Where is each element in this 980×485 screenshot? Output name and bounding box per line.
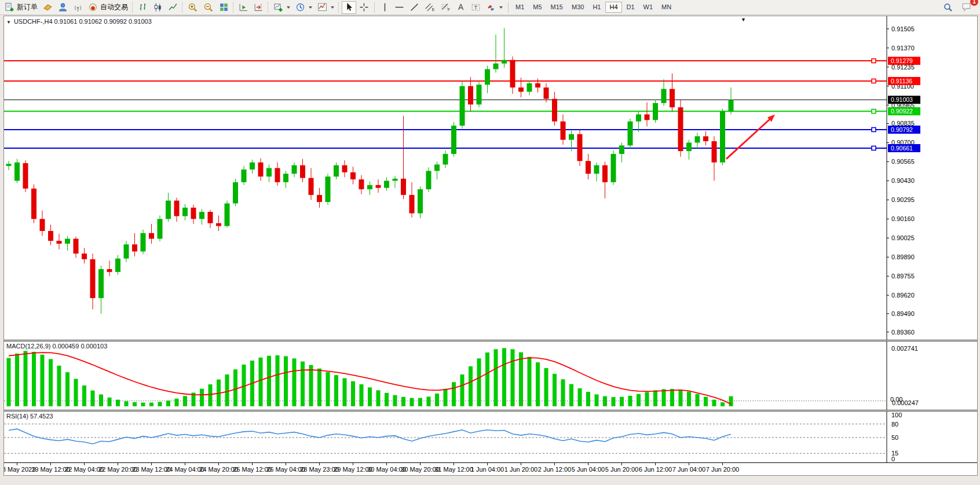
auto-trading-label: 自动交易 <box>100 2 128 12</box>
signals-button[interactable] <box>71 1 85 14</box>
indicators-icon <box>317 2 327 12</box>
timeframe-w1-button[interactable]: W1 <box>639 2 657 13</box>
svg-text:0.91279: 0.91279 <box>891 57 913 64</box>
line-chart-button[interactable] <box>166 1 180 14</box>
time-axis[interactable]: 18 May 202319 May 12:0022 May 04:0022 Ma… <box>4 462 977 475</box>
search-button[interactable] <box>941 1 956 14</box>
new-chart-button[interactable] <box>271 1 292 14</box>
auto-scroll-icon <box>239 2 248 12</box>
svg-text:29 May 12:00: 29 May 12:00 <box>334 466 372 473</box>
svg-text:19 May 12:00: 19 May 12:00 <box>31 466 70 473</box>
cursor-icon <box>344 2 354 12</box>
svg-text:30 May 04:00: 30 May 04:00 <box>367 466 406 473</box>
chart-shift-icon <box>254 2 264 12</box>
trendline-button[interactable] <box>407 1 422 14</box>
tile-windows-icon <box>219 2 229 12</box>
svg-text:7 Jun 20:00: 7 Jun 20:00 <box>706 466 740 473</box>
chart-profiles-button[interactable] <box>293 1 315 14</box>
svg-text:26 May 04:00: 26 May 04:00 <box>266 466 305 473</box>
zoom-out-icon <box>203 2 214 13</box>
svg-text:A: A <box>458 2 464 12</box>
svg-text:0.90922: 0.90922 <box>891 108 913 115</box>
svg-text:0.89755: 0.89755 <box>891 273 915 280</box>
timeframe-h4-button[interactable]: H4 <box>605 2 621 13</box>
chart-caret-icon[interactable]: ▼ <box>6 20 11 25</box>
editor-button[interactable] <box>41 1 55 14</box>
text-button[interactable]: A <box>454 1 468 14</box>
macd-panel[interactable]: 0.0027410.000.000247 MACD(12,26,9) 0.000… <box>4 341 977 410</box>
equidistant-channel-icon: E <box>425 2 435 12</box>
equidistant-channel-button[interactable]: E <box>422 1 437 14</box>
chart-shift-button[interactable] <box>251 1 266 14</box>
zoom-in-button[interactable] <box>185 1 200 14</box>
candles-chart-icon <box>153 2 163 12</box>
svg-text:30 May 20:00: 30 May 20:00 <box>401 466 440 473</box>
rsi-panel[interactable]: 1008050150 RSI(14) 57.4523 <box>4 411 977 462</box>
gold-cube-icon <box>43 2 53 12</box>
rsi-chart[interactable]: 1008050150 <box>4 411 977 462</box>
svg-text:0.90661: 0.90661 <box>891 145 913 152</box>
main-chart-panel[interactable]: 0.915050.913700.912350.911000.909650.908… <box>4 16 977 340</box>
candlestick-chart-button[interactable] <box>151 1 165 14</box>
svg-text:0.89360: 0.89360 <box>891 329 915 336</box>
svg-text:2 Jun 12:00: 2 Jun 12:00 <box>538 466 572 473</box>
svg-text:23 May 12:00: 23 May 12:00 <box>132 466 171 473</box>
fibonacci-button[interactable]: F <box>438 1 453 14</box>
mt4-terminal: 新订单 自动交易 <box>0 0 980 485</box>
svg-text:80: 80 <box>891 421 898 428</box>
chart-collapse-icon[interactable]: ▼ <box>741 17 746 23</box>
svg-text:0.91136: 0.91136 <box>891 78 912 84</box>
svg-text:F: F <box>448 8 450 12</box>
arrows-icon <box>486 2 496 12</box>
timeframe-mn-button[interactable]: MN <box>657 2 675 13</box>
bar-chart-button[interactable] <box>136 1 150 14</box>
crosshair-button[interactable] <box>357 1 371 14</box>
indicators-button[interactable] <box>315 1 337 14</box>
horizontal-line-button[interactable] <box>392 1 407 14</box>
auto-scroll-button[interactable] <box>236 1 251 14</box>
toolbar-grip <box>132 2 134 13</box>
svg-text:6 Jun 12:00: 6 Jun 12:00 <box>639 466 672 473</box>
community-button[interactable] <box>56 1 70 14</box>
chart-window: 0.915050.913700.912350.911000.909650.908… <box>3 16 978 476</box>
notification-badge[interactable]: 1 <box>970 0 978 6</box>
timeframe-m1-button[interactable]: M1 <box>511 2 528 13</box>
svg-text:31 May 12:00: 31 May 12:00 <box>434 466 473 473</box>
tile-windows-button[interactable] <box>217 1 231 14</box>
new-order-icon <box>5 2 14 12</box>
arrows-button[interactable] <box>484 1 505 14</box>
macd-label: MACD(12,26,9) 0.000459 0.000103 <box>6 343 107 350</box>
new-chart-icon <box>273 2 283 12</box>
new-order-button[interactable]: 新订单 <box>2 1 40 14</box>
svg-text:0.90792: 0.90792 <box>891 126 913 133</box>
svg-text:0.90025: 0.90025 <box>891 234 915 241</box>
candlestick-chart[interactable]: 0.915050.913700.912350.911000.909650.908… <box>4 16 977 340</box>
zoom-in-icon <box>188 2 198 13</box>
vertical-line-button[interactable] <box>378 1 392 14</box>
person-icon <box>58 2 68 12</box>
timeframe-m5-button[interactable]: M5 <box>529 2 546 13</box>
auto-trading-icon <box>88 2 98 12</box>
main-toolbar: 新订单 自动交易 <box>0 0 980 15</box>
rsi-label: RSI(14) 57.4523 <box>6 413 53 420</box>
svg-text:0.90430: 0.90430 <box>891 177 915 184</box>
svg-text:5 Jun 20:00: 5 Jun 20:00 <box>605 466 639 473</box>
cursor-button[interactable] <box>342 1 356 14</box>
macd-chart[interactable]: 0.0027410.000.000247 <box>4 341 977 410</box>
auto-trading-button[interactable]: 自动交易 <box>86 1 130 14</box>
svg-text:0.89890: 0.89890 <box>891 253 915 260</box>
timeframe-d1-button[interactable]: D1 <box>623 2 639 13</box>
text-label-button[interactable]: T <box>469 1 483 14</box>
zoom-out-button[interactable] <box>201 1 216 14</box>
svg-text:0.90565: 0.90565 <box>891 158 915 165</box>
svg-text:18 May 2023: 18 May 2023 <box>4 466 35 473</box>
svg-text:0: 0 <box>891 455 895 462</box>
svg-text:24 May 20:00: 24 May 20:00 <box>199 466 238 473</box>
trend-arrow[interactable] <box>726 115 775 159</box>
timeframe-h1-button[interactable]: H1 <box>588 2 605 13</box>
timeframe-m15-button[interactable]: M15 <box>547 2 567 13</box>
text-label-icon: T <box>471 2 481 12</box>
svg-text:7 Jun 04:00: 7 Jun 04:00 <box>672 466 706 473</box>
svg-text:0.91505: 0.91505 <box>891 25 915 32</box>
timeframe-m30-button[interactable]: M30 <box>568 2 588 13</box>
